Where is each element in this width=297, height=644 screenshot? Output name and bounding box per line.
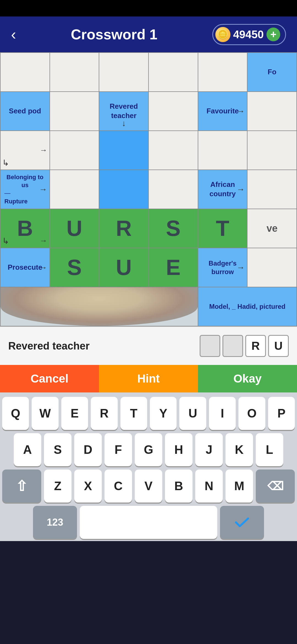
back-button[interactable]: ‹ [11,26,16,43]
key-c[interactable]: C [105,470,132,503]
revered-teacher-clue: Revered teacher [101,102,146,121]
cell-r4c1[interactable]: Belonging to us — Rupture → [1,170,50,209]
letter-u2: U [116,254,132,281]
fo-clue: Fo [268,67,276,77]
key-h[interactable]: H [165,433,193,466]
cell-r5c4[interactable]: S [149,209,198,248]
letter-t: T [216,215,229,242]
crossword-area: Fo Seed pod Revered teacher ↓ Favourite … [0,52,297,326]
keyboard: Q W E R T Y U I O P A S D F G H J K L ⇧ … [0,392,297,541]
cell-r6c5[interactable]: Badger's burrow → [198,248,247,287]
cell-r3c4[interactable] [149,131,198,170]
key-b[interactable]: B [165,470,193,503]
cell-r2c2[interactable] [50,92,99,130]
key-s[interactable]: S [44,433,72,466]
cell-r3c5[interactable] [198,131,247,170]
key-g[interactable]: G [135,433,162,466]
cell-r1c3[interactable] [99,53,148,91]
keyboard-row-2: A S D F G H J K L [2,433,295,466]
cell-r1c2[interactable] [50,53,99,91]
key-o[interactable]: O [238,397,265,430]
cell-r7c5[interactable]: Model, _ Hadid, pictured [198,287,296,326]
cell-r5c2[interactable]: U [50,209,99,248]
hint-button[interactable]: Hint [99,365,198,392]
answer-box-2[interactable] [222,335,243,357]
key-y[interactable]: Y [150,397,177,430]
key-n[interactable]: N [195,470,223,503]
active-clue-label: Revered teacher [8,340,194,352]
num-key[interactable]: 123 [33,506,77,539]
cell-r5c5[interactable]: T [198,209,247,248]
arrow-down-icon: ↓ [122,118,126,128]
key-d[interactable]: D [74,433,102,466]
answer-box-1[interactable] [200,335,220,357]
space-key[interactable] [80,506,217,539]
cell-r3c3[interactable] [99,131,148,170]
key-p[interactable]: P [268,397,295,430]
cell-r3c1[interactable]: ↳ → [1,131,50,170]
key-r[interactable]: R [91,397,117,430]
answer-box-3[interactable]: R [245,335,266,357]
cell-r5c3[interactable]: R [99,209,148,248]
cell-r4c2[interactable] [50,170,99,209]
corner-arrow-icon: ↳ [2,158,9,168]
arrow-right4-icon: → [237,184,245,194]
add-coins-button[interactable]: + [266,28,280,41]
cell-r2c3[interactable]: Revered teacher ↓ [99,92,148,130]
cell-r1c5[interactable] [198,53,247,91]
key-q[interactable]: Q [2,397,29,430]
cell-r6c1[interactable]: Prosecute → [1,248,50,287]
key-z[interactable]: Z [44,470,72,503]
key-w[interactable]: W [32,397,58,430]
cell-r2c1[interactable]: Seed pod [1,92,50,130]
key-e[interactable]: E [61,397,88,430]
okay-button[interactable]: Okay [198,365,297,392]
letter-s: S [166,215,180,242]
cell-r6c3[interactable]: U [99,248,148,287]
cell-r5c1[interactable]: ↳ → B [1,209,50,248]
action-buttons: Cancel Hint Okay [0,365,297,392]
header: ‹ Crossword 1 🪙 49450 + [0,17,297,52]
cell-r1c6[interactable]: Fo [248,53,296,91]
key-a[interactable]: A [14,433,41,466]
cell-r4c5[interactable]: African country → [198,170,247,209]
backspace-key[interactable]: ⌫ [256,470,295,503]
confirm-key[interactable] [220,506,264,539]
ve-text: ve [266,222,277,234]
key-f[interactable]: F [105,433,132,466]
cell-r4c6[interactable] [248,170,296,209]
key-j[interactable]: J [195,433,223,466]
cell-r1c4[interactable] [149,53,198,91]
cell-r2c4[interactable] [149,92,198,130]
shift-key[interactable]: ⇧ [2,470,41,503]
key-t[interactable]: T [120,397,147,430]
cell-r2c6[interactable] [248,92,296,130]
cell-r6c6[interactable] [248,248,296,287]
model-hadid-clue: Model, _ Hadid, pictured [209,302,285,311]
cell-r6c4[interactable]: E [149,248,198,287]
cell-r1c1[interactable] [1,53,50,91]
cell-r3c2[interactable] [50,131,99,170]
key-l[interactable]: L [256,433,283,466]
key-k[interactable]: K [226,433,253,466]
corner-arrow2-icon: ↳ [2,236,9,246]
cell-r4c3[interactable] [99,170,148,209]
answer-box-4[interactable]: U [268,335,289,357]
key-u[interactable]: U [179,397,206,430]
key-x[interactable]: X [74,470,102,503]
arrow-diag-icon: → [40,236,47,245]
clue-bar: Revered teacher R U [0,326,297,365]
cell-r3c6[interactable] [248,131,296,170]
cell-r4c4[interactable] [149,170,198,209]
coin-icon: 🪙 [215,27,230,42]
arrow-right3-icon: → [39,184,47,194]
status-bar [0,0,297,17]
cell-r5c6[interactable]: ve [248,209,296,248]
key-v[interactable]: V [135,470,162,503]
key-i[interactable]: I [209,397,236,430]
photo-cell [1,287,198,326]
cell-r6c2[interactable]: S [50,248,99,287]
cancel-button[interactable]: Cancel [0,365,99,392]
cell-r2c5[interactable]: Favourite → [198,92,247,130]
key-m[interactable]: M [226,470,253,503]
